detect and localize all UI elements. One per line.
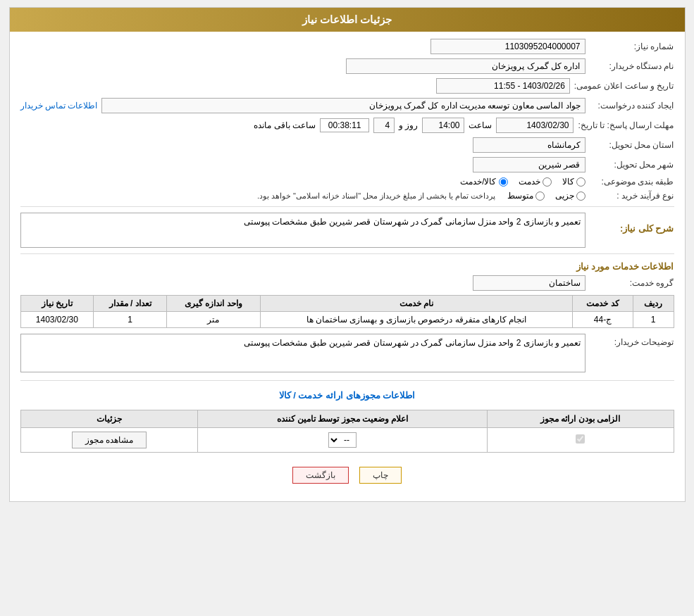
table-cell-name: انجام کارهای متفرقه درخصوص بازسازی و بهس… — [260, 312, 573, 328]
ejad-konande-value: جواد الماسی معاون توسعه مدیریت اداره کل … — [101, 98, 585, 113]
mojovez-section-title: اطلاعات مجوزهای ارائه خدمت / کالا — [20, 386, 674, 404]
ettelaat-link[interactable]: اطلاعات تماس خریدار — [20, 101, 98, 111]
noie-radio-group: جزیی متوسط — [507, 191, 585, 201]
bottom-buttons: چاپ بازگشت — [20, 458, 674, 494]
noie-row: نوع فرآیند خرید : جزیی متوسط پرداخت تمام… — [20, 191, 674, 201]
perm-elzam-checkbox[interactable] — [576, 434, 585, 444]
print-button[interactable]: چاپ — [359, 467, 402, 484]
col-code: کد خدمت — [573, 296, 633, 312]
ejad-konande-label: ایجاد کننده درخواست: — [590, 101, 674, 111]
tabaqe-khedmat-radio[interactable] — [543, 177, 552, 187]
mohlet-roz: 4 — [373, 118, 395, 133]
table-cell-radif: 1 — [633, 312, 674, 328]
sharh-label: شرح کلی نیاز: — [590, 220, 674, 234]
tabaqe-row: طبقه بندی موضوعی: کالا خدمت کالا/خدمت — [20, 177, 674, 187]
tabaqe-kala-label[interactable]: کالا — [562, 177, 585, 187]
towzih-textarea[interactable] — [20, 334, 585, 372]
perm-joziat-cell: مشاهده مجوز — [20, 428, 198, 453]
shahr-row: شهر محل تحویل: قصر شیرین — [20, 157, 674, 172]
noie-jozi-label[interactable]: جزیی — [555, 191, 585, 201]
mohlet-saat-label: ساعت — [469, 120, 492, 130]
nam-dastgah-row: نام دستگاه خریدار: اداره کل گمرک پرویزخا… — [20, 58, 674, 74]
col-tedad: تعداد / مقدار — [94, 296, 167, 312]
tabaqe-kala-khedmat-label[interactable]: کالا/خدمت — [460, 177, 507, 187]
nam-dastgah-label: نام دستگاه خریدار: — [590, 61, 674, 71]
perm-col-joziat: جزئیات — [20, 410, 198, 428]
tabaqe-kala-radio[interactable] — [576, 177, 585, 187]
noie-motevaset-label[interactable]: متوسط — [507, 191, 545, 201]
tabaqe-khedmat-label[interactable]: خدمت — [519, 177, 552, 187]
ostan-value: کرمانشاه — [473, 137, 585, 153]
perm-aelam-cell: -- — [198, 428, 487, 453]
table-cell-code: ج-44 — [573, 312, 633, 328]
table-row: 1ج-44انجام کارهای متفرقه درخصوص بازسازی … — [20, 312, 674, 328]
col-name: نام خدمت — [260, 296, 573, 312]
perm-elzam-cell — [487, 428, 674, 453]
gorohe-value: ساختمان — [473, 275, 585, 291]
back-button[interactable]: بازگشت — [292, 467, 349, 484]
sharh-row: شرح کلی نیاز: — [20, 213, 674, 248]
page-header: جزئیات اطلاعات نیاز — [10, 8, 685, 32]
tarikh-value: 1403/02/26 - 11:55 — [436, 78, 570, 94]
gorohe-row: گروه خدمت: ساختمان — [20, 275, 674, 291]
table-cell-unit: متر — [166, 312, 260, 328]
noie-note: پرداخت تمام یا بخشی از مبلغ خریداز محل "… — [257, 191, 496, 201]
ostan-label: استان محل تحویل: — [590, 140, 674, 150]
table-cell-tarikh: 1403/02/30 — [20, 312, 94, 328]
khadamat-section-title: اطلاعات خدمات مورد نیاز — [20, 261, 674, 272]
shahr-value: قصر شیرین — [473, 157, 585, 172]
shomare-niaz-label: شماره نیاز: — [590, 42, 674, 51]
page-title: جزئیات اطلاعات نیاز — [302, 13, 392, 25]
sharh-textarea[interactable] — [20, 213, 585, 248]
towzih-row: توضیحات خریدار: — [20, 334, 674, 375]
perm-col-aelam: اعلام وضعیت مجوز توسط تامین کننده — [198, 410, 487, 428]
mohlet-label: مهلت ارسال پاسخ: تا تاریخ: — [578, 120, 674, 130]
shomare-niaz-value: 1103095204000007 — [430, 39, 585, 54]
shomare-niaz-row: شماره نیاز: 1103095204000007 — [20, 39, 674, 54]
permissions-table: الزامی بودن ارائه مجوز اعلام وضعیت مجوز … — [20, 410, 674, 453]
col-unit: واحد اندازه گیری — [166, 296, 260, 312]
noie-label: نوع فرآیند خرید : — [590, 191, 674, 201]
mohlet-row: مهلت ارسال پاسخ: تا تاریخ: 1403/02/30 سا… — [20, 118, 674, 133]
tabaqe-kala-khedmat-radio[interactable] — [499, 177, 508, 187]
ostan-row: استان محل تحویل: کرمانشاه — [20, 137, 674, 153]
tarikh-label: تاریخ و ساعت اعلان عمومی: — [574, 81, 674, 91]
towzih-label: توضیحات خریدار: — [590, 334, 674, 347]
towzih-container — [20, 334, 585, 375]
noie-motevaset-radio[interactable] — [535, 191, 545, 201]
list-item: --مشاهده مجوز — [20, 428, 674, 453]
noie-jozi-radio[interactable] — [576, 191, 585, 201]
table-cell-tedad: 1 — [94, 312, 167, 328]
perm-aelam-select[interactable]: -- — [328, 432, 357, 448]
mohlet-date: 1403/02/30 — [496, 118, 574, 133]
tabaqe-label: طبقه بندی موضوعی: — [590, 177, 674, 187]
tabaqe-radio-group: کالا خدمت کالا/خدمت — [460, 177, 585, 187]
col-radif: ردیف — [633, 296, 674, 312]
nam-dastgah-value: اداره کل گمرک پرویزخان — [346, 58, 585, 74]
mohlet-roz-label: روز و — [399, 120, 418, 130]
mohlet-saat: 14:00 — [422, 118, 464, 133]
shahr-label: شهر محل تحویل: — [590, 160, 674, 170]
content-area: شماره نیاز: 1103095204000007 نام دستگاه … — [10, 32, 685, 501]
perm-col-elzam: الزامی بودن ارائه مجوز — [487, 410, 674, 428]
services-table: ردیف کد خدمت نام خدمت واحد اندازه گیری ت… — [20, 295, 674, 328]
view-permission-button[interactable]: مشاهده مجوز — [72, 432, 147, 448]
ejad-konande-row: ایجاد کننده درخواست: جواد الماسی معاون ت… — [20, 98, 674, 113]
tarikh-row: تاریخ و ساعت اعلان عمومی: 1403/02/26 - 1… — [20, 78, 674, 94]
baqi-mande-label: ساعت باقی مانده — [254, 120, 316, 130]
page-container: جزئیات اطلاعات نیاز شماره نیاز: 11030952… — [9, 7, 686, 502]
gorohe-label: گروه خدمت: — [590, 278, 674, 288]
col-tarikh: تاریخ نیاز — [20, 296, 94, 312]
countdown: 00:38:11 — [320, 118, 369, 132]
